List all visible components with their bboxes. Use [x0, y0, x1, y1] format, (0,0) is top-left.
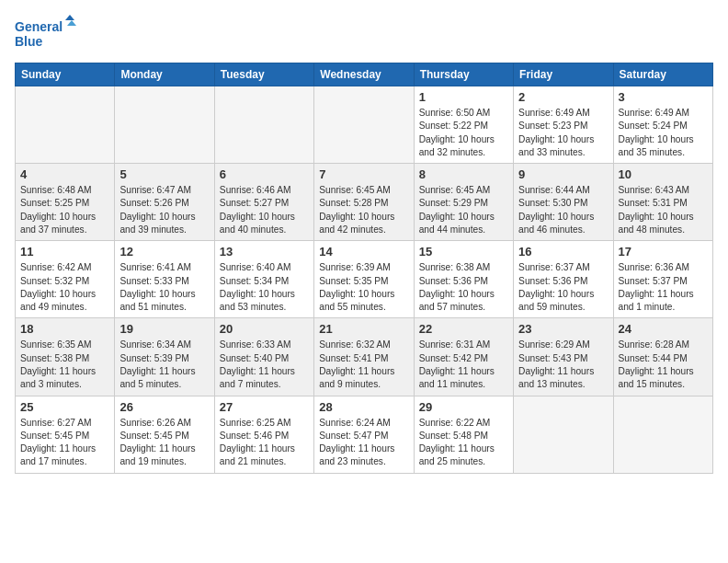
day-number: 13 [220, 245, 309, 259]
calendar-cell: 26Sunrise: 6:26 AMSunset: 5:45 PMDayligh… [115, 396, 214, 473]
calendar-cell: 21Sunrise: 6:32 AMSunset: 5:41 PMDayligh… [314, 318, 414, 396]
day-detail: Sunrise: 6:44 AMSunset: 5:30 PMDaylight:… [518, 184, 608, 236]
day-detail: Sunrise: 6:36 AMSunset: 5:37 PMDaylight:… [619, 261, 708, 314]
day-number: 7 [319, 167, 408, 181]
day-number: 9 [518, 167, 608, 181]
calendar-cell: 5Sunrise: 6:47 AMSunset: 5:26 PMDaylight… [115, 164, 214, 241]
calendar-cell: 11Sunrise: 6:42 AMSunset: 5:32 PMDayligh… [16, 241, 115, 318]
day-detail: Sunrise: 6:34 AMSunset: 5:39 PMDaylight:… [119, 339, 209, 391]
day-number: 14 [319, 245, 408, 259]
calendar-cell [514, 396, 613, 473]
calendar-cell: 14Sunrise: 6:39 AMSunset: 5:35 PMDayligh… [314, 241, 414, 318]
day-number: 2 [518, 90, 608, 104]
day-number: 28 [319, 400, 408, 414]
calendar-cell: 8Sunrise: 6:45 AMSunset: 5:29 PMDaylight… [414, 164, 513, 241]
day-detail: Sunrise: 6:28 AMSunset: 5:44 PMDaylight:… [619, 339, 708, 391]
calendar-cell: 27Sunrise: 6:25 AMSunset: 5:46 PMDayligh… [214, 396, 313, 473]
day-detail: Sunrise: 6:27 AMSunset: 5:45 PMDaylight:… [20, 417, 109, 469]
calendar-week-row: 1Sunrise: 6:50 AMSunset: 5:22 PMDaylight… [16, 86, 713, 164]
calendar-cell [214, 86, 313, 164]
calendar-cell: 20Sunrise: 6:33 AMSunset: 5:40 PMDayligh… [214, 318, 313, 396]
col-header-wednesday: Wednesday [314, 63, 414, 86]
calendar-week-row: 18Sunrise: 6:35 AMSunset: 5:38 PMDayligh… [16, 318, 713, 396]
day-detail: Sunrise: 6:45 AMSunset: 5:28 PMDaylight:… [319, 184, 408, 236]
calendar-cell: 24Sunrise: 6:28 AMSunset: 5:44 PMDayligh… [613, 318, 712, 396]
calendar-cell: 4Sunrise: 6:48 AMSunset: 5:25 PMDaylight… [16, 164, 115, 241]
day-number: 29 [419, 400, 508, 414]
col-header-saturday: Saturday [613, 63, 712, 86]
logo-svg: General Blue [15, 15, 79, 55]
day-number: 19 [119, 322, 209, 336]
calendar-cell: 12Sunrise: 6:41 AMSunset: 5:33 PMDayligh… [115, 241, 214, 318]
day-detail: Sunrise: 6:26 AMSunset: 5:45 PMDaylight:… [119, 417, 209, 469]
day-detail: Sunrise: 6:45 AMSunset: 5:29 PMDaylight:… [419, 184, 508, 236]
calendar-cell: 16Sunrise: 6:37 AMSunset: 5:36 PMDayligh… [514, 241, 613, 318]
day-number: 5 [119, 167, 209, 181]
day-detail: Sunrise: 6:49 AMSunset: 5:24 PMDaylight:… [619, 107, 708, 159]
page-header: General Blue [15, 15, 713, 55]
calendar-cell: 28Sunrise: 6:24 AMSunset: 5:47 PMDayligh… [314, 396, 414, 473]
day-number: 26 [119, 400, 209, 414]
day-detail: Sunrise: 6:50 AMSunset: 5:22 PMDaylight:… [419, 107, 508, 159]
calendar-cell: 1Sunrise: 6:50 AMSunset: 5:22 PMDaylight… [414, 86, 513, 164]
day-detail: Sunrise: 6:49 AMSunset: 5:23 PMDaylight:… [518, 107, 608, 159]
day-detail: Sunrise: 6:40 AMSunset: 5:34 PMDaylight:… [220, 261, 309, 314]
calendar-cell [613, 396, 712, 473]
day-detail: Sunrise: 6:33 AMSunset: 5:40 PMDaylight:… [220, 339, 309, 391]
day-number: 23 [518, 322, 608, 336]
day-number: 3 [619, 90, 708, 104]
calendar-cell: 29Sunrise: 6:22 AMSunset: 5:48 PMDayligh… [414, 396, 513, 473]
col-header-friday: Friday [514, 63, 613, 86]
logo: General Blue [15, 15, 79, 55]
calendar-cell: 2Sunrise: 6:49 AMSunset: 5:23 PMDaylight… [514, 86, 613, 164]
day-number: 11 [20, 245, 109, 259]
calendar-cell: 25Sunrise: 6:27 AMSunset: 5:45 PMDayligh… [16, 396, 115, 473]
day-detail: Sunrise: 6:41 AMSunset: 5:33 PMDaylight:… [119, 261, 209, 314]
day-number: 6 [220, 167, 309, 181]
day-detail: Sunrise: 6:37 AMSunset: 5:36 PMDaylight:… [518, 261, 608, 314]
calendar-cell [314, 86, 414, 164]
day-detail: Sunrise: 6:31 AMSunset: 5:42 PMDaylight:… [419, 339, 508, 391]
calendar-cell: 9Sunrise: 6:44 AMSunset: 5:30 PMDaylight… [514, 164, 613, 241]
calendar-cell: 7Sunrise: 6:45 AMSunset: 5:28 PMDaylight… [314, 164, 414, 241]
day-number: 15 [419, 245, 508, 259]
day-number: 20 [220, 322, 309, 336]
calendar-cell: 13Sunrise: 6:40 AMSunset: 5:34 PMDayligh… [214, 241, 313, 318]
calendar-week-row: 4Sunrise: 6:48 AMSunset: 5:25 PMDaylight… [16, 164, 713, 241]
day-number: 1 [419, 90, 508, 104]
day-detail: Sunrise: 6:39 AMSunset: 5:35 PMDaylight:… [319, 261, 408, 314]
day-detail: Sunrise: 6:22 AMSunset: 5:48 PMDaylight:… [419, 417, 508, 469]
calendar-cell: 22Sunrise: 6:31 AMSunset: 5:42 PMDayligh… [414, 318, 513, 396]
day-detail: Sunrise: 6:29 AMSunset: 5:43 PMDaylight:… [518, 339, 608, 391]
day-number: 17 [619, 245, 708, 259]
calendar-header-row: SundayMondayTuesdayWednesdayThursdayFrid… [16, 63, 713, 86]
svg-text:Blue: Blue [15, 34, 43, 49]
calendar-cell: 23Sunrise: 6:29 AMSunset: 5:43 PMDayligh… [514, 318, 613, 396]
day-number: 27 [220, 400, 309, 414]
svg-text:General: General [15, 19, 63, 34]
calendar-cell: 3Sunrise: 6:49 AMSunset: 5:24 PMDaylight… [613, 86, 712, 164]
calendar-cell [115, 86, 214, 164]
day-detail: Sunrise: 6:43 AMSunset: 5:31 PMDaylight:… [619, 184, 708, 236]
calendar-cell: 6Sunrise: 6:46 AMSunset: 5:27 PMDaylight… [214, 164, 313, 241]
calendar-cell: 19Sunrise: 6:34 AMSunset: 5:39 PMDayligh… [115, 318, 214, 396]
calendar-cell: 10Sunrise: 6:43 AMSunset: 5:31 PMDayligh… [613, 164, 712, 241]
day-detail: Sunrise: 6:38 AMSunset: 5:36 PMDaylight:… [419, 261, 508, 314]
day-detail: Sunrise: 6:35 AMSunset: 5:38 PMDaylight:… [20, 339, 109, 391]
day-number: 18 [20, 322, 109, 336]
day-number: 16 [518, 245, 608, 259]
calendar-cell: 18Sunrise: 6:35 AMSunset: 5:38 PMDayligh… [16, 318, 115, 396]
day-detail: Sunrise: 6:47 AMSunset: 5:26 PMDaylight:… [119, 184, 209, 236]
day-detail: Sunrise: 6:46 AMSunset: 5:27 PMDaylight:… [220, 184, 309, 236]
day-detail: Sunrise: 6:24 AMSunset: 5:47 PMDaylight:… [319, 417, 408, 469]
day-number: 4 [20, 167, 109, 181]
calendar-cell: 15Sunrise: 6:38 AMSunset: 5:36 PMDayligh… [414, 241, 513, 318]
day-detail: Sunrise: 6:42 AMSunset: 5:32 PMDaylight:… [20, 261, 109, 314]
col-header-thursday: Thursday [414, 63, 513, 86]
day-number: 10 [619, 167, 708, 181]
svg-marker-2 [65, 15, 74, 20]
day-detail: Sunrise: 6:32 AMSunset: 5:41 PMDaylight:… [319, 339, 408, 391]
calendar-table: SundayMondayTuesdayWednesdayThursdayFrid… [15, 63, 713, 474]
svg-marker-3 [67, 20, 76, 26]
day-detail: Sunrise: 6:48 AMSunset: 5:25 PMDaylight:… [20, 184, 109, 236]
